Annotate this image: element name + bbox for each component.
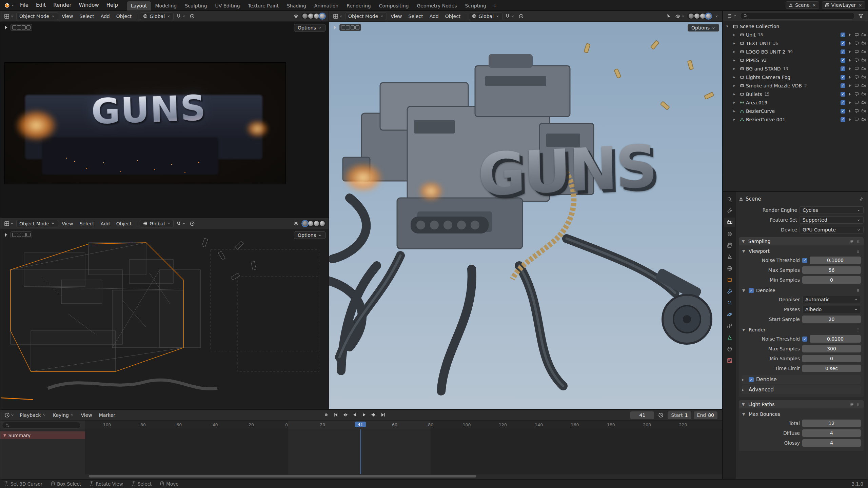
next-keyframe-button[interactable] [369,411,378,419]
menu-window[interactable]: Window [76,1,102,9]
timeline-menu-view[interactable]: View [78,412,95,419]
shading-material-icon[interactable] [314,14,319,19]
current-frame-field[interactable]: 41 [630,411,654,419]
exclude-checkbox[interactable] [841,92,845,97]
transform-orientation-select[interactable]: Global [140,220,174,227]
outliner-item[interactable]: ▸Lights Camera Fog [723,73,868,81]
disable-in-render-icon[interactable] [861,33,866,37]
viewport-menu-object[interactable]: Object [114,13,135,20]
light-paths-panel-header[interactable]: ▼Light Paths [739,400,864,408]
outliner-item[interactable]: ▸Area.019 [723,98,868,107]
viewport-menu-view[interactable]: View [388,13,405,20]
shading-solid-icon[interactable] [308,221,313,226]
tab-constraints[interactable] [724,321,735,330]
select-tool-group[interactable] [339,24,361,31]
disable-in-render-icon[interactable] [861,66,866,71]
viewlayer-selector[interactable]: ViewLayer ✕ [822,1,865,9]
disable-in-viewport-icon[interactable] [854,58,859,62]
blender-logo-menu[interactable] [3,1,16,9]
disable-in-viewport-icon[interactable] [854,109,859,113]
exclude-checkbox[interactable] [841,100,845,105]
selectable-icon[interactable] [848,75,852,79]
wireframe-viewport-canvas[interactable]: Options [0,229,329,409]
exclude-checkbox[interactable] [841,58,845,63]
outliner-item[interactable]: ▸Bullets15 [723,90,868,98]
selectability-icon[interactable] [665,13,673,20]
jump-to-start-button[interactable] [331,411,340,419]
workspace-tab-uv-editing[interactable]: UV Editing [211,1,244,11]
max-bounces-subpanel-header[interactable]: ▼Max Bounces [742,410,861,418]
exclude-checkbox[interactable] [841,66,845,71]
shading-solid-icon[interactable] [308,14,313,19]
shading-wireframe-icon[interactable] [302,221,308,226]
shading-wireframe-icon[interactable] [302,14,308,19]
menu-help[interactable]: Help [103,1,121,9]
outliner-item[interactable]: ▸TEXT UNIT36 [723,39,868,47]
disable-in-viewport-icon[interactable] [854,75,859,79]
viewport-menu-add[interactable]: Add [98,220,113,227]
outliner-item[interactable]: ▸BezierCurve.001 [723,115,868,124]
editor-type-icon[interactable] [332,13,344,20]
outliner-item[interactable]: ▸Unit18 [723,30,868,39]
playhead[interactable] [360,429,361,474]
active-tool-icon[interactable] [3,232,9,238]
exclude-checkbox[interactable] [841,109,845,114]
shading-rendered-icon[interactable] [320,221,325,226]
disable-in-render-icon[interactable] [861,83,866,88]
disable-in-render-icon[interactable] [861,117,866,122]
expand-icon[interactable]: ▸ [733,100,738,105]
overlays-icon[interactable] [292,220,300,227]
menu-file[interactable]: File [17,1,32,9]
timeline-scrollbar[interactable] [89,475,476,477]
disable-in-render-icon[interactable] [861,75,866,79]
workspace-tab-rendering[interactable]: Rendering [342,1,375,11]
disable-in-viewport-icon[interactable] [854,49,859,54]
playhead-frame-label[interactable]: 41 [355,422,366,427]
render-noise-threshold-field[interactable]: 0.0100 [810,335,861,343]
outliner-item[interactable]: ▸LOGO BG UNIT 299 [723,47,868,56]
shading-dropdown-icon[interactable] [713,13,720,19]
device-select[interactable]: GPU Compute [800,226,864,233]
disable-in-viewport-icon[interactable] [854,41,859,45]
shading-rendered-icon[interactable] [706,14,711,19]
selectable-icon[interactable] [848,41,852,45]
pin-icon[interactable] [859,197,864,201]
timeline-menu-marker[interactable]: Marker [96,412,118,419]
workspace-tab-geometry-nodes[interactable]: Geometry Nodes [413,1,461,11]
menu-render[interactable]: Render [50,1,75,9]
viewport-menu-view[interactable]: View [59,220,76,227]
workspace-tab-compositing[interactable]: Compositing [375,1,413,11]
options-button[interactable]: Options [688,24,719,32]
mode-select[interactable]: Object Mode [16,13,58,20]
tab-output[interactable] [724,229,735,238]
properties-search-icon[interactable] [724,195,735,204]
snap-magnet-icon[interactable] [175,220,187,227]
options-button[interactable]: Options [294,231,326,239]
disable-in-render-icon[interactable] [861,41,866,45]
disable-in-render-icon[interactable] [861,58,866,62]
breadcrumb-scene[interactable]: Scene [746,196,761,202]
editor-type-icon[interactable] [726,12,738,20]
workspace-tab-scripting[interactable]: Scripting [461,1,490,11]
render-noise-threshold-checkbox[interactable] [802,337,807,342]
disable-in-render-icon[interactable] [861,92,866,96]
outliner-item-scene-collection[interactable]: ▾ Scene Collection [723,22,868,30]
render-denoise-checkbox[interactable] [749,377,754,382]
channel-search-input[interactable] [2,422,81,429]
disable-in-viewport-icon[interactable] [854,92,859,96]
expand-icon[interactable]: ▸ [733,75,738,79]
max-samples-field[interactable]: 56 [802,266,861,274]
viewport-menu-select[interactable]: Select [406,13,426,20]
mode-select[interactable]: Object Mode [16,220,58,227]
tab-texture[interactable] [724,356,735,365]
auto-keyframe-record-button[interactable] [322,411,331,419]
preview-range-clock-icon[interactable] [656,411,665,419]
selectable-icon[interactable] [848,33,852,37]
noise-threshold-checkbox[interactable] [802,258,807,263]
disable-in-viewport-icon[interactable] [854,117,859,122]
select-tool-group[interactable] [11,24,32,31]
snap-magnet-icon[interactable] [504,13,516,20]
scene-unlink-icon[interactable]: ✕ [812,3,816,8]
exclude-checkbox[interactable] [841,75,845,80]
editor-type-icon[interactable] [3,220,15,227]
